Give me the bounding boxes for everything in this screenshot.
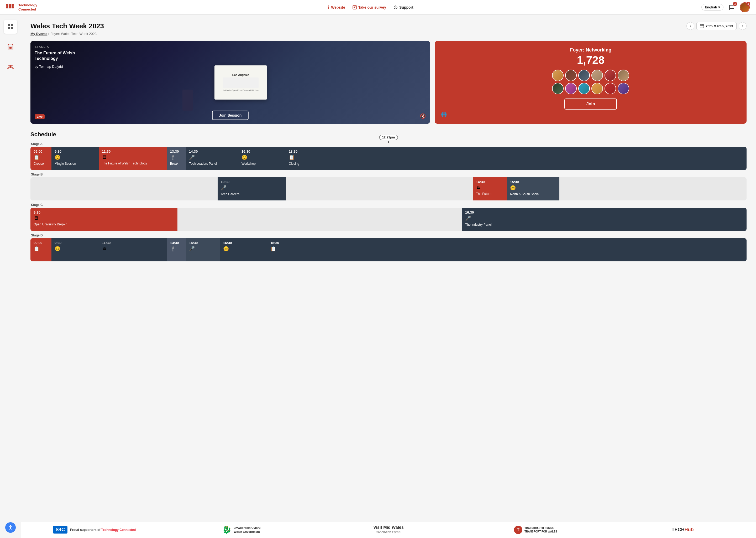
support-icon bbox=[394, 5, 398, 10]
accessibility-button[interactable] bbox=[5, 522, 16, 533]
stage-d-row: Stage D 09:00 📋 9:30 😊 11:30 🖥 bbox=[30, 234, 746, 261]
date-prev-button[interactable]: ‹ bbox=[686, 22, 694, 30]
app-layout: Wales Tech Week 2023 ‹ 20th March, 2023 … bbox=[0, 15, 756, 538]
sponsor-techhub[interactable]: TECHHub bbox=[609, 521, 756, 538]
session-closing-a[interactable]: 18:30 📋 Closing bbox=[286, 147, 746, 170]
language-selector[interactable]: English ▾ bbox=[701, 4, 724, 11]
stage-b-label: Stage B bbox=[30, 173, 746, 176]
hero-section: Los Angeles Loft with Open Floor Plan an… bbox=[30, 41, 746, 124]
sponsor-welsh-gov[interactable]: 🐉 Llywodraeth Cymru Welsh Government bbox=[168, 521, 315, 538]
avatar-10[interactable] bbox=[591, 83, 603, 94]
stage-label: STAGE A bbox=[35, 45, 49, 48]
session-workshop[interactable]: 16:30 😊 Workshop bbox=[238, 147, 286, 170]
sidebar-grid-button[interactable] bbox=[4, 20, 17, 34]
session-north-south[interactable]: 15:30 😊 North & South Social bbox=[507, 177, 559, 200]
networking-join-button[interactable]: Join bbox=[564, 98, 617, 110]
logo-text-line2: Connected bbox=[19, 7, 37, 12]
session-break-a[interactable]: 13:30 🍴 Break bbox=[167, 147, 186, 170]
visit-mid-text: Visit Mid Wales Canolbarth Cymru bbox=[373, 525, 404, 534]
user-avatar-wrapper: 3 bbox=[740, 2, 750, 12]
techhub-logo: TECHHub bbox=[672, 527, 693, 532]
transport-circle-icon: T bbox=[514, 526, 522, 534]
session-future-welsh[interactable]: 11:30 🖥 The Future of Welsh Technology bbox=[99, 147, 167, 170]
date-next-button[interactable]: › bbox=[739, 22, 746, 30]
svg-rect-4 bbox=[8, 27, 10, 29]
support-link[interactable]: Support bbox=[394, 5, 413, 10]
calendar-icon bbox=[700, 24, 704, 28]
breadcrumb-link[interactable]: My Events bbox=[30, 32, 47, 36]
transport-logo: T TRAFNIDIAETH CYMRU TRANSPORT FOR WALES bbox=[514, 526, 557, 534]
avatar-4[interactable] bbox=[591, 70, 603, 81]
session-tech-leaders[interactable]: 14:30 🎤 Tech Leaders Panel bbox=[186, 147, 238, 170]
website-link[interactable]: Website bbox=[325, 5, 345, 10]
join-session-button[interactable]: Join Session bbox=[212, 111, 248, 120]
stage-d-block-6[interactable]: 16:30 😊 bbox=[220, 238, 267, 261]
stage-a-track: 09:00 📋 Croeso 9:30 😊 Mingle Session 11:… bbox=[30, 147, 746, 170]
stage-d-block-3[interactable]: 11:30 🖥 bbox=[99, 238, 167, 261]
avatar-12[interactable] bbox=[618, 83, 629, 94]
stage-d-break[interactable]: 13:30 🍴 bbox=[167, 238, 186, 261]
date-navigation: ‹ 20th March, 2023 › bbox=[686, 22, 746, 30]
stage-b-empty-3 bbox=[559, 177, 746, 200]
audience-icon bbox=[7, 63, 14, 71]
mute-icon[interactable]: 🔇 bbox=[420, 113, 426, 119]
topnav-links: Website Take our survey Support bbox=[325, 5, 413, 10]
chat-button[interactable]: 3 bbox=[727, 2, 736, 12]
stage-a-row: Stage A 09:00 📋 Croeso 9:30 😊 Mingle Ses… bbox=[30, 142, 746, 170]
transport-text: TRAFNIDIAETH CYMRU TRANSPORT FOR WALES bbox=[525, 526, 557, 533]
sidebar bbox=[0, 15, 21, 538]
page-header: Wales Tech Week 2023 ‹ 20th March, 2023 … bbox=[30, 22, 746, 30]
stage-b-row: Stage B 10:30 🎤 Tech Careers 14:30 🖥 The… bbox=[30, 173, 746, 200]
avatar-1[interactable] bbox=[552, 70, 564, 81]
session-industry-panel[interactable]: 16:30 🎤 The Industry Panel bbox=[462, 208, 746, 231]
avatars-row-1 bbox=[552, 70, 629, 81]
date-label-text: 20th March, 2023 bbox=[706, 24, 733, 28]
avatar-badge: 3 bbox=[746, 2, 750, 6]
session-tech-careers[interactable]: 10:30 🎤 Tech Careers bbox=[217, 177, 286, 200]
welsh-dragon-icon: 🐉 bbox=[222, 525, 231, 534]
stage-d-block-1[interactable]: 09:00 📋 bbox=[30, 238, 51, 261]
survey-icon bbox=[353, 5, 357, 10]
session-croeso[interactable]: 09:00 📋 Croeso bbox=[30, 147, 51, 170]
stage-d-block-5[interactable]: 14:30 🎤 bbox=[186, 238, 220, 261]
avatar-7[interactable] bbox=[552, 83, 564, 94]
video-background: Los Angeles Loft with Open Floor Plan an… bbox=[30, 41, 430, 124]
chevron-down-icon: ▾ bbox=[718, 5, 720, 9]
support-label: Support bbox=[399, 5, 413, 10]
sponsor-transport[interactable]: T TRAFNIDIAETH CYMRU TRANSPORT FOR WALES bbox=[462, 521, 609, 538]
svg-rect-5 bbox=[11, 27, 13, 29]
stage-d-block-7[interactable]: 18:30 📋 bbox=[267, 238, 746, 261]
session-open-uni[interactable]: 9:30 🖥 Open University Drop-In bbox=[30, 208, 177, 231]
welsh-gov-content: 🐉 Llywodraeth Cymru Welsh Government bbox=[222, 525, 261, 534]
sidebar-store-button[interactable] bbox=[4, 40, 17, 54]
sponsor-s4c[interactable]: S4C Proud supporters of Technology Conne… bbox=[21, 521, 168, 538]
schedule-section: Schedule 12:23pm Stage A 09:00 📋 Croeso … bbox=[30, 131, 746, 261]
stage-d-track: 09:00 📋 9:30 😊 11:30 🖥 13:30 🍴 bbox=[30, 238, 746, 261]
stage-d-block-2[interactable]: 9:30 😊 bbox=[51, 238, 99, 261]
svg-rect-3 bbox=[11, 24, 13, 26]
survey-link[interactable]: Take our survey bbox=[353, 5, 386, 10]
session-mingle[interactable]: 9:30 😊 Mingle Session bbox=[51, 147, 99, 170]
networking-count: 1,728 bbox=[577, 54, 604, 67]
networking-footer: 🌐 bbox=[441, 112, 740, 117]
page-title: Wales Tech Week 2023 bbox=[30, 22, 104, 30]
avatar-8[interactable] bbox=[565, 83, 577, 94]
avatar-9[interactable] bbox=[578, 83, 590, 94]
breadcrumb-separator: › bbox=[48, 32, 49, 36]
session-the-future[interactable]: 14:30 🖥 The Future bbox=[473, 177, 507, 200]
avatar-5[interactable] bbox=[604, 70, 616, 81]
sidebar-audience-button[interactable] bbox=[4, 60, 17, 74]
presentation-screen: Los Angeles Loft with Open Floor Plan an… bbox=[214, 65, 267, 100]
logo-text-line1: Technology bbox=[19, 3, 37, 7]
stage-b-track: 10:30 🎤 Tech Careers 14:30 🖥 The Future … bbox=[30, 177, 746, 200]
avatar-2[interactable] bbox=[565, 70, 577, 81]
avatar-3[interactable] bbox=[578, 70, 590, 81]
chat-badge: 3 bbox=[733, 2, 737, 6]
language-label: English bbox=[705, 5, 717, 9]
avatar-11[interactable] bbox=[604, 83, 616, 94]
avatar-6[interactable] bbox=[618, 70, 629, 81]
logo[interactable]: Technology Connected bbox=[6, 3, 37, 11]
video-speaker: by Twm ap Dafydd bbox=[35, 65, 63, 69]
svg-rect-2 bbox=[8, 24, 10, 26]
sponsor-visit-mid[interactable]: Visit Mid Wales Canolbarth Cymru bbox=[315, 521, 462, 538]
